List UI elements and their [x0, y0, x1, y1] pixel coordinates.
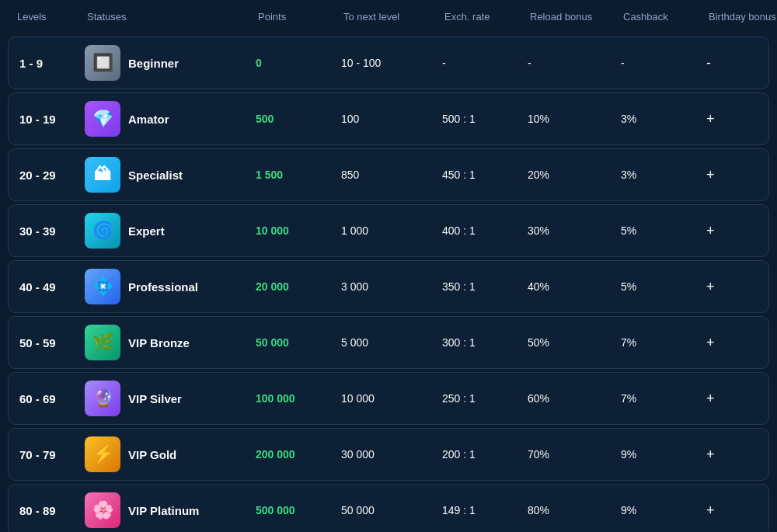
cell-status: 🔮 VIP Silver: [78, 373, 249, 424]
cell-birthday-bonus: +: [700, 103, 777, 135]
cell-points: 200 000: [249, 440, 335, 468]
cell-reload-bonus: 50%: [521, 329, 615, 356]
cell-to-next: 10 000: [335, 384, 436, 412]
cell-reload-bonus: 80%: [521, 496, 615, 524]
cell-status: ⚡ VIP Gold: [78, 429, 249, 480]
cell-level: 60 - 69: [9, 384, 78, 413]
cell-cashback: 9%: [615, 496, 700, 524]
cell-exch-rate: 400 : 1: [436, 217, 521, 245]
cell-birthday-bonus: +: [700, 159, 777, 191]
cell-exch-rate: 500 : 1: [436, 105, 521, 133]
cell-exch-rate: 350 : 1: [436, 273, 521, 301]
cell-points: 500 000: [249, 496, 335, 524]
cell-to-next: 10 - 100: [335, 49, 436, 77]
cell-reload-bonus: 30%: [521, 217, 615, 245]
cell-birthday-bonus: -: [700, 47, 777, 79]
status-name: Expert: [128, 224, 165, 238]
cell-reload-bonus: 70%: [521, 440, 615, 468]
cell-status: 💠 Professional: [78, 261, 249, 312]
cell-to-next: 5 000: [335, 329, 436, 356]
cell-birthday-bonus: +: [700, 327, 777, 359]
status-name: VIP Platinum: [128, 504, 199, 517]
status-name: VIP Silver: [128, 392, 182, 405]
cell-cashback: -: [615, 49, 700, 77]
cell-cashback: 7%: [615, 329, 700, 356]
cell-cashback: 7%: [615, 384, 700, 412]
cell-level: 30 - 39: [9, 217, 78, 245]
cell-level: 40 - 49: [9, 273, 78, 301]
table-row: 10 - 19 💎 Amator 500 100 500 : 1 10% 3% …: [8, 92, 769, 145]
status-name: Specialist: [128, 169, 183, 182]
cell-level: 10 - 19: [9, 105, 78, 134]
cell-level: 20 - 29: [9, 161, 78, 190]
cell-to-next: 1 000: [335, 217, 436, 245]
status-name: Beginner: [128, 57, 179, 70]
header-levels: Levels: [12, 8, 82, 26]
table-row: 70 - 79 ⚡ VIP Gold 200 000 30 000 200 : …: [8, 428, 769, 481]
status-name: Professional: [128, 280, 198, 294]
cell-points: 20 000: [249, 273, 335, 301]
table-row: 60 - 69 🔮 VIP Silver 100 000 10 000 250 …: [8, 372, 769, 425]
cell-cashback: 5%: [615, 273, 700, 301]
table-row: 40 - 49 💠 Professional 20 000 3 000 350 …: [8, 260, 769, 313]
cell-level: 50 - 59: [9, 329, 78, 357]
cell-exch-rate: 149 : 1: [436, 496, 521, 524]
cell-birthday-bonus: +: [700, 215, 777, 247]
cell-status: 🌿 VIP Bronze: [78, 317, 249, 368]
cell-birthday-bonus: +: [700, 271, 777, 303]
table-header: Levels Statuses Points To next level Exc…: [0, 0, 777, 33]
status-name: VIP Bronze: [128, 336, 190, 349]
cell-exch-rate: 450 : 1: [436, 161, 521, 189]
status-icon: 🏔: [85, 157, 120, 193]
cell-exch-rate: 300 : 1: [436, 329, 521, 356]
cell-to-next: 850: [335, 161, 436, 189]
cell-exch-rate: 250 : 1: [436, 384, 521, 412]
cell-birthday-bonus: +: [700, 383, 777, 415]
header-reload-bonus: Reload bonus: [525, 8, 618, 26]
status-icon: 💎: [85, 101, 120, 137]
cell-status: 🔲 Beginner: [78, 37, 249, 89]
cell-cashback: 3%: [615, 105, 700, 133]
cell-points: 50 000: [249, 329, 335, 356]
cell-exch-rate: 200 : 1: [436, 440, 521, 468]
cell-reload-bonus: 20%: [521, 161, 615, 189]
cell-status: 🌀 Expert: [78, 205, 249, 256]
cell-points: 10 000: [249, 217, 335, 245]
cell-to-next: 50 000: [335, 496, 436, 524]
status-icon: ⚡: [85, 436, 120, 472]
status-name: VIP Gold: [128, 448, 176, 461]
cell-points: 1 500: [249, 161, 335, 189]
cell-reload-bonus: -: [521, 49, 615, 77]
cell-level: 70 - 79: [9, 440, 78, 469]
cell-cashback: 5%: [615, 217, 700, 245]
status-icon: 💠: [85, 269, 120, 304]
table-row: 80 - 89 🌸 VIP Platinum 500 000 50 000 14…: [8, 484, 769, 532]
cell-points: 100 000: [249, 384, 335, 412]
header-statuses: Statuses: [82, 8, 253, 26]
cell-reload-bonus: 40%: [521, 273, 615, 301]
cell-to-next: 30 000: [335, 440, 436, 468]
status-name: Amator: [128, 113, 169, 126]
table-row: 30 - 39 🌀 Expert 10 000 1 000 400 : 1 30…: [8, 204, 769, 257]
cell-to-next: 3 000: [335, 273, 436, 301]
cell-birthday-bonus: +: [700, 439, 777, 471]
cell-points: 0: [249, 49, 335, 77]
cell-status: 🏔 Specialist: [78, 149, 249, 200]
header-to-next-level: To next level: [339, 8, 440, 26]
cell-exch-rate: -: [436, 49, 521, 77]
header-exch-rate: Exch. rate: [440, 8, 525, 26]
status-icon: 🌸: [85, 492, 120, 528]
status-icon: 🔲: [85, 45, 120, 81]
cell-to-next: 100: [335, 105, 436, 133]
levels-table: Levels Statuses Points To next level Exc…: [0, 0, 777, 532]
header-points: Points: [253, 8, 339, 26]
table-row: 20 - 29 🏔 Specialist 1 500 850 450 : 1 2…: [8, 148, 769, 201]
cell-status: 💎 Amator: [78, 93, 249, 144]
header-birthday-bonus: Birthday bonus: [704, 8, 777, 26]
cell-level: 80 - 89: [9, 496, 78, 525]
cell-level: 1 - 9: [9, 49, 78, 78]
cell-cashback: 3%: [615, 161, 700, 189]
status-icon: 🔮: [85, 381, 120, 416]
cell-reload-bonus: 60%: [521, 384, 615, 412]
status-icon: 🌿: [85, 325, 120, 360]
